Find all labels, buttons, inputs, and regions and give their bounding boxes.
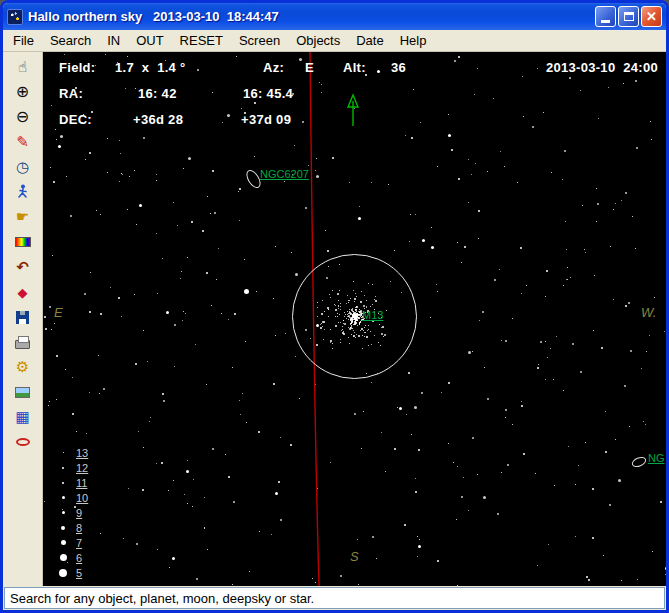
magnitude-label[interactable]: 7 [76,537,82,549]
ellipse-icon [16,438,30,446]
menu-item-objects[interactable]: Objects [288,31,348,50]
settings-button[interactable]: ⚙ [8,355,38,379]
zoom-in-icon: ⊕ [16,84,29,100]
zoom-out-button[interactable]: ⊖ [8,105,38,129]
walker-icon [16,184,30,200]
menu-item-reset[interactable]: RESET [172,31,231,50]
window-title: Hallo northern sky 2013-03-10 18:44:47 [28,9,590,24]
magnitude-label[interactable]: 8 [76,522,82,534]
undo-icon: ↶ [16,260,29,275]
search-hint-text: Search for any object, planet, moon, dee… [10,591,314,606]
magnitude-legend: 13 12 11 10 9 8 7 6 5 [57,445,88,580]
menu-bar: File Search IN OUT RESET Screen Objects … [3,30,666,52]
info-line-field: Field: 1.7 x 1.4 ° Az: E Alt: 36 2013-03… [43,60,666,75]
image-button[interactable] [8,380,38,404]
clock-icon: ◷ [16,160,29,175]
sky-chart[interactable]: Field: 1.7 x 1.4 ° Az: E Alt: 36 2013-03… [43,52,666,586]
magnitude-label[interactable]: 9 [76,507,82,519]
undo-button[interactable]: ↶ [8,255,38,279]
maximize-icon [624,12,634,21]
chart-datetime: 2013-03-10 24:00 [546,60,658,75]
magnitude-dot [62,482,64,484]
magnitude-label[interactable]: 6 [76,552,82,564]
dec-value-2: +37d 09 [241,112,291,127]
magnitude-row: 6 [57,550,88,565]
magnitude-label[interactable]: 10 [76,492,88,504]
magnitude-row: 5 [57,565,88,580]
grid-icon: ▦ [15,410,29,425]
clock-button[interactable]: ◷ [8,155,38,179]
magnitude-row: 8 [57,520,88,535]
pencil-button[interactable]: ✎ [8,130,38,154]
magnitude-label[interactable]: 12 [76,462,88,474]
magnitude-row: 9 [57,505,88,520]
main-content: ☝ ⊕ ⊖ ✎ ◷ ☛ ↶ ◆ ⚙ ▦ [3,52,666,586]
magnitude-dot [62,496,65,499]
menu-item-date[interactable]: Date [348,31,391,50]
menu-item-file[interactable]: File [5,31,42,50]
save-button[interactable] [8,305,38,329]
maximize-button[interactable] [618,6,639,27]
ra-label: RA: [59,86,138,101]
menu-item-screen[interactable]: Screen [231,31,288,50]
spectrum-ruler-icon [15,237,31,247]
magnitude-label[interactable]: 13 [76,447,88,459]
left-toolbar: ☝ ⊕ ⊖ ✎ ◷ ☛ ↶ ◆ ⚙ ▦ [3,52,43,586]
m13-circle [293,255,417,379]
menu-item-zoom-out[interactable]: OUT [128,31,171,50]
alt-value: 36 [391,60,406,75]
magnitude-dot [60,554,67,561]
gem-button[interactable]: ◆ [8,280,38,304]
animate-button[interactable] [8,180,38,204]
app-icon [7,9,23,25]
magnitude-dot [62,511,65,514]
label-ng[interactable]: NG [648,452,665,464]
minimize-icon [601,20,610,23]
magnitude-dot [61,526,65,530]
magnitude-label[interactable]: 11 [76,477,87,489]
magnitude-row: 10 [57,490,88,505]
ng-ellipse [631,456,647,469]
title-bar[interactable]: Hallo northern sky 2013-03-10 18:44:47 ✕ [3,3,666,30]
label-m13[interactable]: M13 [362,309,383,321]
ra-value-2: 16: 45.4 [243,86,293,101]
az-value: E [305,60,343,75]
menu-item-help[interactable]: Help [392,31,435,50]
ra-value-1: 16: 42 [138,86,243,101]
az-label: Az: [263,60,305,75]
magnitude-label[interactable]: 5 [76,567,82,579]
magnitude-dot [59,569,67,577]
deepsky-button[interactable] [8,430,38,454]
app-window: Hallo northern sky 2013-03-10 18:44:47 ✕… [0,0,669,613]
status-bar: Search for any object, planet, moon, dee… [3,586,666,610]
gem-icon: ◆ [18,286,28,299]
magnitude-row: 12 [57,460,88,475]
info-line-ra: RA: 16: 42 16: 45.4 [43,86,666,101]
sky-overlay [43,52,666,586]
field-value: 1.7 x 1.4 ° [115,60,263,75]
label-ngc6207[interactable]: NGC6207 [260,168,309,180]
close-button[interactable]: ✕ [641,6,662,27]
spectrum-button[interactable] [8,230,38,254]
pan-button[interactable]: ☝ [8,55,38,79]
printer-icon [15,340,30,349]
field-label: Field: [59,60,115,75]
window-controls: ✕ [595,6,662,27]
label-south: S [350,549,359,564]
gear-icon: ⚙ [16,360,29,375]
menu-item-zoom-in[interactable]: IN [99,31,128,50]
save-icon [16,311,29,324]
dec-value-1: +36d 28 [133,112,241,127]
label-west: W. [641,305,656,320]
magnitude-dot [61,540,66,545]
grid-button[interactable]: ▦ [8,405,38,429]
print-button[interactable] [8,330,38,354]
search-field[interactable]: Search for any object, planet, moon, dee… [4,587,665,609]
minimize-button[interactable] [595,6,616,27]
zoom-in-button[interactable]: ⊕ [8,80,38,104]
pointer-button[interactable]: ☛ [8,205,38,229]
info-line-dec: DEC: +36d 28 +37d 09 [43,112,666,127]
menu-item-search[interactable]: Search [42,31,99,50]
zoom-out-icon: ⊖ [16,109,29,125]
magnitude-row: 11 [57,475,88,490]
